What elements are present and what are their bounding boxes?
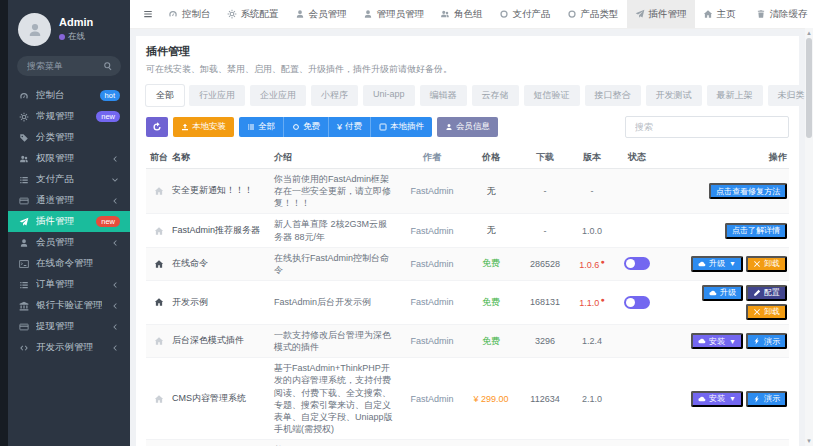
refresh-icon (152, 122, 162, 132)
front-cell (146, 297, 172, 307)
tab-开发测试[interactable]: 开发测试 (646, 85, 702, 106)
local-install-label: 本地安装 (192, 121, 226, 133)
table-search-input[interactable] (633, 121, 781, 133)
tab-行业应用[interactable]: 行业应用 (189, 85, 245, 106)
home-icon (154, 394, 164, 404)
升级-button[interactable]: 升级 (702, 285, 743, 301)
演示-button[interactable]: 演示 (746, 391, 787, 407)
table-row: FastAdmin推荐服务器新人首单直降 2核2G3M云服务器 88元/年Fas… (146, 214, 789, 247)
plugin-actions: 点击了解详情 (659, 223, 789, 239)
sidebar-item-支付产品[interactable]: 支付产品 (8, 169, 130, 190)
sidebar-item-在线命令管理[interactable]: 在线命令管理 (8, 253, 130, 274)
topbar-item-产品类型[interactable]: 产品类型 (559, 0, 627, 28)
topbar-item-label: 管理员管理 (377, 8, 425, 21)
home-icon (154, 226, 164, 236)
tab-短信验证[interactable]: 短信验证 (524, 85, 580, 106)
topbar-item-系统配置[interactable]: 系统配置 (219, 0, 287, 28)
tab-Uni-app[interactable]: Uni-app (363, 85, 415, 106)
search-icon (103, 61, 113, 71)
sidebar-item-提现管理[interactable]: 提现管理 (8, 316, 130, 337)
enabled-toggle[interactable] (624, 296, 650, 309)
安装-button[interactable]: 安装▼ (691, 333, 743, 349)
tab-接口整合[interactable]: 接口整合 (585, 85, 641, 106)
plugin-actions: 升级配置卸载 (659, 285, 789, 320)
scrollbar-thumb[interactable] (806, 38, 812, 138)
action-label: 卸载 (764, 306, 780, 317)
sidebar-search-input[interactable] (25, 60, 99, 72)
卸载-button[interactable]: 卸载 (746, 256, 787, 272)
content: 插件管理 可在线安装、卸载、禁用、启用、配置、升级插件，插件升级前请做好备份。 … (130, 28, 805, 446)
list-icon (18, 280, 29, 290)
filter-免费[interactable]: 免费 (284, 117, 329, 137)
tab-企业应用[interactable]: 企业应用 (250, 85, 306, 106)
plugin-version: 1.1.0● (569, 296, 615, 308)
点击查看修复方法-button[interactable]: 点击查看修复方法 (709, 183, 787, 199)
enabled-toggle[interactable] (624, 257, 650, 270)
topbar-item-插件管理[interactable]: 插件管理 (627, 0, 695, 28)
local-install-button[interactable]: 本地安装 (173, 117, 234, 137)
chevleft-icon (109, 155, 120, 163)
plugin-name: CMS内容管理系统 (172, 393, 274, 405)
column-header-价格: 价格 (461, 151, 521, 164)
chevleft-icon (109, 197, 120, 205)
plugin-intro: 基于FastAdmin+ThinkPHP开发的内容管理系统，支持付费阅读、付费下… (274, 362, 403, 435)
sidebar-item-分类管理[interactable]: 分类管理 (8, 127, 130, 148)
sidebar-item-插件管理[interactable]: 插件管理new (8, 211, 130, 232)
sidebar-item-订单管理[interactable]: 订单管理 (8, 274, 130, 295)
plugin-downloads: 112634 (521, 394, 569, 404)
page-subtitle: 可在线安装、卸载、禁用、启用、配置、升级插件，插件升级前请做好备份。 (146, 63, 789, 76)
plugin-status (615, 296, 659, 309)
sidebar-item-控制台[interactable]: 控制台hot (8, 85, 130, 106)
sidebar-item-开发示例管理[interactable]: 开发示例管理 (8, 337, 130, 358)
sidebar-toggle-icon[interactable] (136, 0, 160, 28)
tab-最新上架[interactable]: 最新上架 (707, 85, 763, 106)
topbar-item-会员管理[interactable]: 会员管理 (287, 0, 355, 28)
circle-icon (567, 9, 577, 19)
升级-button[interactable]: 升级▼ (691, 256, 743, 272)
tab-云存储[interactable]: 云存储 (472, 85, 519, 106)
home-link[interactable]: 主页 (695, 0, 744, 28)
column-header-版本: 版本 (569, 151, 615, 164)
安装-button[interactable]: 安装▼ (691, 391, 743, 407)
column-header-作者: 作者 (403, 151, 461, 164)
topbar-item-角色组[interactable]: 角色组 (432, 0, 491, 28)
sidebar-item-权限管理[interactable]: 权限管理 (8, 148, 130, 169)
scroll-down-icon[interactable]: ▼ (805, 437, 813, 445)
plugin-intro: 一款支持修改后台管理为深色模式的插件 (274, 329, 403, 353)
scroll-up-icon[interactable]: ▲ (805, 29, 813, 37)
topbar-item-控制台[interactable]: 控制台 (160, 0, 219, 28)
member-info-button[interactable]: 会员信息 (437, 117, 498, 137)
卸载-button[interactable]: 卸载 (746, 304, 787, 320)
tab-小程序[interactable]: 小程序 (311, 85, 358, 106)
topbar-item-label: 插件管理 (649, 8, 687, 21)
table-search (625, 116, 789, 138)
sidebar-search (17, 56, 121, 76)
sidebar-item-label: 分类管理 (36, 131, 120, 144)
topbar-item-管理员管理[interactable]: 管理员管理 (355, 0, 433, 28)
sidebar-item-会员管理[interactable]: 会员管理 (8, 232, 130, 253)
user-profile[interactable]: Admin 在线 (8, 0, 130, 55)
配置-button[interactable]: 配置 (746, 285, 787, 301)
toggle-knob (626, 298, 635, 307)
trash-icon (756, 9, 766, 19)
table-row: 开发示例FastAdmin后台开发示例FastAdmin免费1681311.1.… (146, 281, 789, 325)
user-icon (18, 238, 29, 248)
tab-全部[interactable]: 全部 (146, 85, 184, 106)
clear-cache-button[interactable]: 清除缓存 (748, 0, 813, 28)
sidebar-item-常规管理[interactable]: 常规管理new (8, 106, 130, 127)
sidebar-item-银行卡验证管理[interactable]: 银行卡验证管理 (8, 295, 130, 316)
bars-icon (143, 9, 153, 19)
filter-本地插件[interactable]: 本地插件 (371, 117, 432, 137)
tab-未归类[interactable]: 未归类 (768, 85, 805, 106)
clear-cache-label: 清除缓存 (770, 8, 808, 21)
refresh-button[interactable] (146, 117, 168, 137)
sidebar-item-通道管理[interactable]: 通道管理 (8, 190, 130, 211)
filter-付费[interactable]: ¥付费 (329, 117, 371, 137)
topbar-item-支付产品[interactable]: 支付产品 (491, 0, 559, 28)
tab-编辑器[interactable]: 编辑器 (420, 85, 467, 106)
online-dot-icon (59, 34, 65, 40)
点击了解详情-button[interactable]: 点击了解详情 (725, 223, 787, 239)
演示-button[interactable]: 演示 (746, 333, 787, 349)
list-icon (247, 123, 255, 131)
filter-全部[interactable]: 全部 (239, 117, 284, 137)
